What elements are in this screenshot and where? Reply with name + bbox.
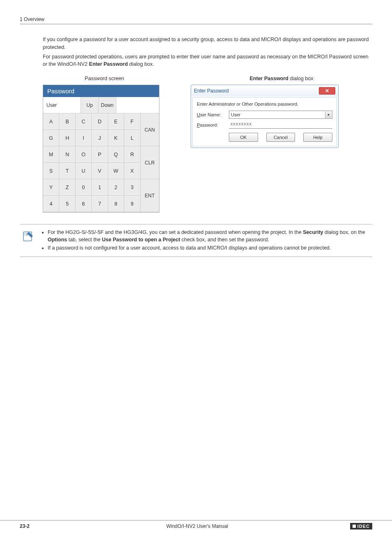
dropdown-arrow-icon: ▼ (325, 111, 332, 118)
key-j[interactable]: J (92, 130, 108, 146)
page-header: 1 Overview (20, 16, 372, 24)
intro-p2-post: dialog box. (128, 61, 154, 67)
footer-title: WindO/I-NV2 User's Manual (44, 523, 350, 529)
up-button[interactable]: Up (81, 97, 99, 113)
close-icon: ✕ (325, 88, 329, 94)
key-b[interactable]: B (59, 113, 75, 130)
key-9[interactable]: 9 (124, 196, 140, 212)
can-button[interactable]: CAN (141, 113, 159, 146)
user-name-dropdown[interactable]: User ▼ (229, 111, 332, 119)
note-icon (21, 229, 35, 243)
key-p[interactable]: P (92, 146, 108, 163)
down-button[interactable]: Down (99, 97, 116, 113)
dialog-title: Enter Password (194, 88, 229, 94)
key-w[interactable]: W (108, 163, 124, 179)
note-b1-b1: Security (303, 229, 323, 235)
user-name-label: User Name: (197, 112, 226, 117)
user-name-value: User (231, 112, 240, 117)
caption-password-screen: Password screen (43, 76, 166, 81)
key-i[interactable]: I (76, 130, 92, 146)
password-screen-title: Password (43, 85, 159, 97)
key-x[interactable]: X (124, 163, 140, 179)
ent-button[interactable]: ENT (141, 179, 159, 212)
note-bullet-1: For the HG2G-S/-5S/-5F and the HG3G/4G, … (48, 229, 369, 243)
intro-text: If you configure a password for a user a… (43, 36, 372, 68)
key-o[interactable]: O (76, 146, 92, 163)
key-t[interactable]: T (59, 163, 75, 179)
key-h[interactable]: H (59, 130, 75, 146)
note-b1-b2: Options (48, 237, 67, 243)
intro-p1: If you configure a password for a user a… (43, 36, 372, 51)
key-1[interactable]: 1 (92, 179, 108, 196)
key-0[interactable]: 0 (76, 179, 92, 196)
key-2[interactable]: 2 (108, 179, 124, 196)
clr-button[interactable]: CLR (141, 146, 159, 179)
footer-logo: IDEC (350, 523, 372, 530)
intro-p2: For password protected operations, users… (43, 53, 372, 69)
caption-enter-password: Enter Password dialog box (191, 76, 372, 81)
key-7[interactable]: 7 (92, 196, 108, 212)
key-d[interactable]: D (92, 113, 108, 130)
key-v[interactable]: V (92, 163, 108, 179)
key-8[interactable]: 8 (108, 196, 124, 212)
key-u[interactable]: U (76, 163, 92, 179)
password-input[interactable]: xxxxxxxx (229, 121, 332, 129)
key-5[interactable]: 5 (59, 196, 75, 212)
enter-password-dialog: Enter Password ✕ Enter Administrator or … (191, 85, 339, 148)
note-b1-post: check box, and then set the password. (180, 237, 269, 243)
password-screen: Password User Up Down A B C D (43, 85, 159, 213)
password-blank-area (116, 97, 159, 113)
key-r[interactable]: R (124, 146, 140, 163)
intro-p2-bold: Enter Password (89, 61, 128, 67)
key-s[interactable]: S (43, 163, 59, 179)
footer-page-number: 23-2 (20, 523, 44, 529)
key-q[interactable]: Q (108, 146, 124, 163)
note-b1-mid2: tab, select the (67, 237, 102, 243)
ok-button[interactable]: OK (229, 133, 258, 142)
key-z[interactable]: Z (59, 179, 75, 196)
caption-enter-password-bold: Enter Password (250, 76, 288, 81)
logo-square-icon (353, 525, 356, 528)
key-3[interactable]: 3 (124, 179, 140, 196)
key-e[interactable]: E (108, 113, 124, 130)
note-bullet-2: If a password is not configured for a us… (48, 244, 369, 252)
footer-logo-text: IDEC (357, 524, 370, 529)
help-button[interactable]: Help (303, 133, 332, 142)
note-b1-mid1: dialog box, on the (323, 229, 365, 235)
note-b1-b3: Use Password to open a Project (102, 237, 180, 243)
key-f[interactable]: F (124, 113, 140, 130)
key-n[interactable]: N (59, 146, 75, 163)
key-g[interactable]: G (43, 130, 59, 146)
key-m[interactable]: M (43, 146, 59, 163)
note-b1-pre: For the HG2G-S/-5S/-5F and the HG3G/4G, … (48, 229, 303, 235)
cancel-button[interactable]: Cancel (266, 133, 295, 142)
close-button[interactable]: ✕ (319, 87, 335, 95)
key-c[interactable]: C (76, 113, 92, 130)
dialog-message: Enter Administrator or Other Operations … (197, 102, 332, 106)
key-a[interactable]: A (43, 113, 59, 130)
key-l[interactable]: L (124, 130, 140, 146)
key-6[interactable]: 6 (76, 196, 92, 212)
user-display: User (43, 97, 81, 113)
key-k[interactable]: K (108, 130, 124, 146)
caption-enter-password-post: dialog box (288, 76, 313, 81)
note-body: For the HG2G-S/-5S/-5F and the HG3G/4G, … (41, 229, 369, 252)
key-4[interactable]: 4 (43, 196, 59, 212)
password-label: Password: (197, 123, 226, 127)
key-y[interactable]: Y (43, 179, 59, 196)
